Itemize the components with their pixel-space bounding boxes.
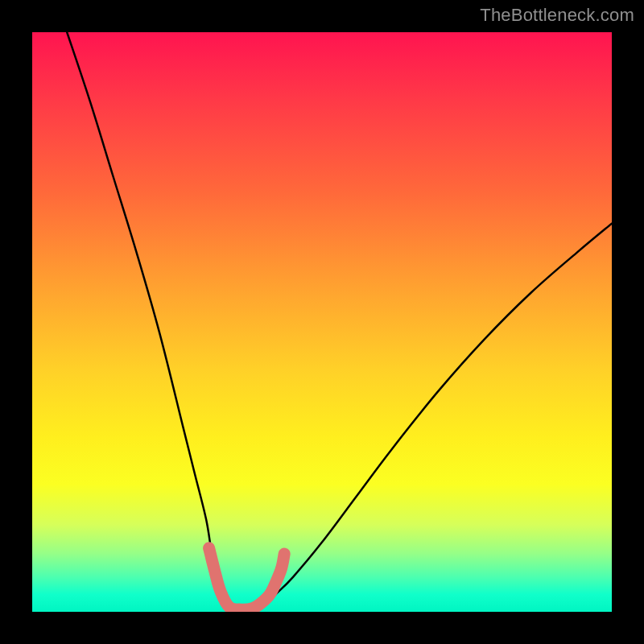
chart-overlay: [32, 32, 612, 612]
bottleneck-curve-path: [67, 32, 612, 612]
valley-marker-path: [209, 548, 285, 609]
chart-frame: TheBottleneck.com: [0, 0, 644, 644]
plot-area: [32, 32, 612, 612]
watermark-label: TheBottleneck.com: [480, 5, 634, 26]
